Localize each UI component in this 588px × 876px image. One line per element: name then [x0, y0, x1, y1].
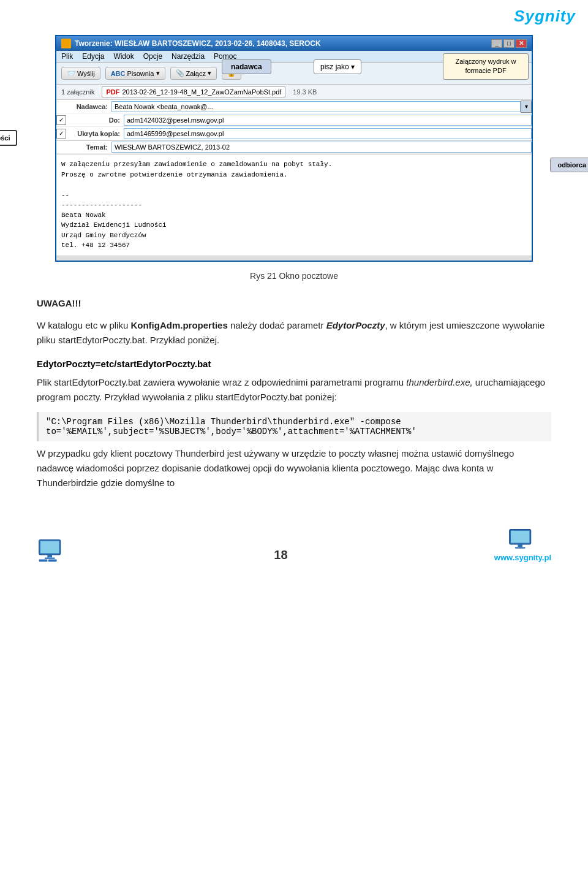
footer-icon-area	[37, 539, 67, 562]
close-button[interactable]: ✕	[516, 39, 527, 48]
spelling-label: Pisownia	[127, 70, 154, 77]
menu-opcje[interactable]: Opcje	[143, 52, 162, 61]
page-footer: 18 www.sygnity.pl	[0, 522, 588, 568]
email-window: Tworzenie: WIESŁAW BARTOSZEWICZ, 2013-02…	[55, 35, 533, 262]
footer-right: www.sygnity.pl	[494, 528, 551, 562]
ukryta-checkbox[interactable]: ✓	[56, 129, 66, 139]
code-block: "C:\Program Files (x86)\Mozilla Thunderb…	[37, 412, 551, 441]
section-heading: EdytorPoczty=etc/startEdytorPoczty.bat	[37, 359, 551, 369]
nadawca-label: Nadawca:	[56, 103, 111, 110]
nadawca-value[interactable]: Beata Nowak <beata_nowak@...	[111, 101, 521, 112]
temat-row: Temat: WIESŁAW BARTOSZEWICZ, 2013-02	[56, 140, 532, 154]
svg-rect-3	[45, 557, 55, 558]
menu-plik[interactable]: Plik	[61, 52, 73, 61]
spelling-button[interactable]: ABC Pisownia ▾	[105, 67, 165, 80]
do-row: ✓ Do: adm1424032@pesel.msw.gov.pl	[56, 113, 532, 127]
code-line-1: "C:\Program Files (x86)\Mozilla Thunderb…	[46, 417, 544, 427]
attach-button[interactable]: 📎 Załącz ▾	[170, 67, 217, 80]
email-body-text: W załączeniu przesyłam Zawiadomienie o z…	[61, 159, 527, 251]
page-header: Sygnity	[0, 0, 588, 29]
footer-url: www.sygnity.pl	[494, 553, 551, 562]
menu-widok[interactable]: Widok	[113, 52, 134, 61]
do-value[interactable]: adm1424032@pesel.msw.gov.pl	[124, 115, 532, 126]
send-icon: 📨	[67, 69, 75, 77]
svg-rect-8	[518, 544, 523, 547]
code-line-2: to='%EMAIL%',subject='%SUBJECT%',body='%…	[46, 427, 544, 436]
email-fields: Nadawca: Beata Nowak <beata_nowak@... ▾ …	[56, 100, 532, 154]
temat-value[interactable]: WIESŁAW BARTOSZEWICZ, 2013-02	[111, 142, 532, 153]
dropdown-arrow-spelling[interactable]: ▾	[156, 69, 160, 77]
page-number: 18	[274, 548, 287, 562]
email-body[interactable]: W załączeniu przesyłam Zawiadomienie o z…	[56, 154, 532, 256]
footer-sygnity-icon	[507, 528, 538, 552]
email-titlebar: Tworzenie: WIESŁAW BARTOSZEWICZ, 2013-02…	[56, 36, 532, 51]
ukryta-value[interactable]: adm1465999@pesel.msw.gov.pl	[124, 128, 532, 139]
titlebar-left: Tworzenie: WIESŁAW BARTOSZEWICZ, 2013-02…	[61, 39, 321, 48]
logo-text-main: Sygnity	[514, 7, 576, 25]
uwaga-heading: UWAGA!!!	[37, 296, 551, 311]
attachment-item[interactable]: PDF 2013-02-26_12-19-48_M_12_ZawOZamNaPo…	[102, 86, 285, 97]
attach-label: Załącz	[186, 70, 206, 77]
svg-rect-4	[39, 559, 48, 562]
menu-edycja[interactable]: Edycja	[82, 52, 104, 61]
callout-zalaczony: Załączony wydruk w formacie PDF	[443, 53, 529, 80]
svg-rect-7	[511, 530, 529, 543]
paragraph-2: W przypadku gdy klient pocztowy Thunderb…	[37, 446, 551, 490]
window-title: Tworzenie: WIESŁAW BARTOSZEWICZ, 2013-02…	[75, 39, 321, 48]
attachment-size: 19.3 KB	[293, 88, 317, 96]
svg-rect-2	[47, 554, 52, 557]
uwaga-paragraph: W katalogu etc w pliku KonfigAdm.propert…	[37, 318, 551, 348]
email-toolbar: 📨 Wyślij ABC Pisownia ▾ 📎 Załącz ▾ 🔒	[56, 63, 532, 85]
titlebar-buttons[interactable]: _ □ ✕	[491, 39, 527, 48]
paperclip-icon: 📎	[176, 69, 184, 77]
svg-rect-1	[40, 541, 59, 553]
figure-caption: Rys 21 Okno pocztowe	[37, 271, 551, 281]
callout-odbiorca: odbiorca	[550, 158, 588, 172]
attachment-count-row: 1 załącznik PDF 2013-02-26_12-19-48_M_12…	[56, 85, 532, 100]
svg-rect-5	[48, 559, 57, 562]
spelling-icon: ABC	[111, 70, 126, 77]
attachment-filename: 2013-02-26_12-19-48_M_12_ZawOZamNaPobSt.…	[122, 88, 281, 96]
ukryta-row: ✓ Ukryta kopia: adm1465999@pesel.msw.gov…	[56, 127, 532, 140]
email-window-wrapper: do wiadomości odbiorca Tworzenie: WIESŁA…	[55, 35, 533, 262]
do-label: Do:	[69, 116, 124, 124]
scrollbar-area[interactable]	[56, 256, 532, 261]
callout-pisz-jako: pisz jako ▾	[314, 59, 361, 74]
computer-icon	[37, 539, 67, 562]
menu-narzedzia[interactable]: Narzędzia	[172, 52, 205, 61]
minimize-button[interactable]: _	[491, 39, 502, 48]
callout-do-wiadomosci: do wiadomości	[0, 130, 17, 146]
titlebar-app-icon	[61, 39, 71, 48]
ukryta-label: Ukryta kopia:	[69, 130, 124, 137]
nadawca-dropdown[interactable]: ▾	[521, 101, 532, 113]
sygnity-logo: Sygnity	[514, 6, 576, 26]
content-area: do wiadomości odbiorca Tworzenie: WIESŁA…	[0, 29, 588, 510]
pdf-icon: PDF	[106, 88, 119, 96]
attachment-count: 1 załącznik	[61, 88, 94, 96]
dropdown-arrow-attach[interactable]: ▾	[208, 69, 211, 77]
do-checkbox[interactable]: ✓	[56, 115, 66, 125]
svg-rect-9	[515, 547, 526, 548]
callout-nadawca: nadawca	[222, 59, 271, 74]
send-label: Wyślij	[77, 70, 95, 77]
send-button[interactable]: 📨 Wyślij	[61, 67, 100, 80]
paragraph-1: Plik startEdytorPoczty.bat zawiera wywoł…	[37, 375, 551, 405]
maximize-button[interactable]: □	[503, 39, 514, 48]
temat-label: Temat:	[56, 143, 111, 151]
nadawca-row: Nadawca: Beata Nowak <beata_nowak@... ▾	[56, 100, 532, 113]
